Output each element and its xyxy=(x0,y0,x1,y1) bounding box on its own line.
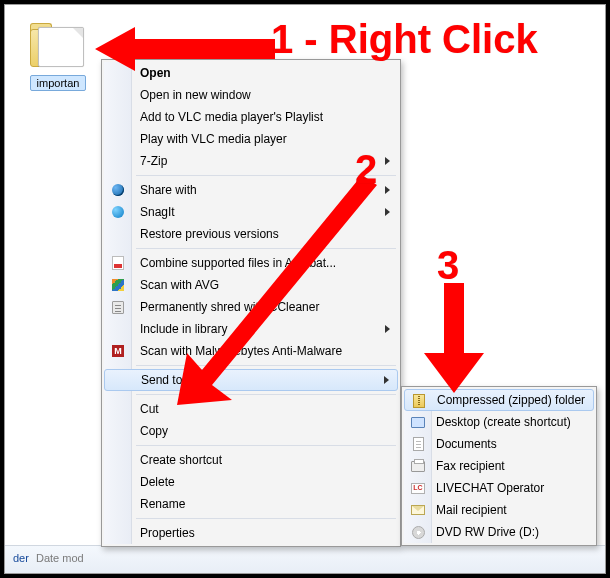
folder-label: importan xyxy=(30,75,87,91)
menu-delete[interactable]: Delete xyxy=(104,471,398,493)
desktop-icon xyxy=(410,414,426,430)
submenu-arrow-icon xyxy=(385,157,390,165)
livechat-icon: LC xyxy=(410,480,426,496)
annotation-text-1: 1 - Right Click xyxy=(271,17,538,62)
menu-separator xyxy=(136,445,396,446)
zip-folder-icon xyxy=(411,393,427,409)
menu-7zip[interactable]: 7-Zip xyxy=(104,150,398,172)
menu-play-vlc[interactable]: Play with VLC media player xyxy=(104,128,398,150)
menu-properties[interactable]: Properties xyxy=(104,522,398,544)
documents-icon xyxy=(410,436,426,452)
details-folder-label: der xyxy=(13,552,29,564)
submenu-arrow-icon xyxy=(384,376,389,384)
annotation-text-3: 3 xyxy=(437,243,459,288)
menu-open-new-window[interactable]: Open in new window xyxy=(104,84,398,106)
menu-add-vlc-playlist[interactable]: Add to VLC media player's Playlist xyxy=(104,106,398,128)
sendto-documents[interactable]: Documents xyxy=(404,433,594,455)
menu-share-with[interactable]: Share with xyxy=(104,179,398,201)
menu-separator xyxy=(136,518,396,519)
menu-send-to[interactable]: Send to xyxy=(104,369,398,391)
submenu-arrow-icon xyxy=(385,325,390,333)
svg-marker-2 xyxy=(424,283,484,393)
menu-shred-ccleaner[interactable]: Permanently shred with CCleaner xyxy=(104,296,398,318)
menu-separator xyxy=(136,365,396,366)
send-to-submenu: Compressed (zipped) folder Desktop (crea… xyxy=(401,386,597,546)
explorer-window: importan der Date mod Open Open in new w… xyxy=(4,4,606,574)
details-bar: der Date mod xyxy=(5,545,605,573)
folder-item[interactable]: importan xyxy=(19,23,97,94)
malwarebytes-icon: M xyxy=(110,343,126,359)
menu-snagit[interactable]: SnagIt xyxy=(104,201,398,223)
submenu-arrow-icon xyxy=(385,208,390,216)
sendto-dvd-drive[interactable]: DVD RW Drive (D:) xyxy=(404,521,594,543)
menu-separator xyxy=(136,394,396,395)
menu-separator xyxy=(136,175,396,176)
sendto-fax[interactable]: Fax recipient xyxy=(404,455,594,477)
sendto-desktop-shortcut[interactable]: Desktop (create shortcut) xyxy=(404,411,594,433)
acrobat-icon xyxy=(110,255,126,271)
menu-scan-malwarebytes[interactable]: M Scan with Malwarebytes Anti-Malware xyxy=(104,340,398,362)
folder-icon xyxy=(28,23,88,71)
menu-open[interactable]: Open xyxy=(104,62,398,84)
menu-copy[interactable]: Copy xyxy=(104,420,398,442)
menu-separator xyxy=(136,248,396,249)
menu-rename[interactable]: Rename xyxy=(104,493,398,515)
menu-create-shortcut[interactable]: Create shortcut xyxy=(104,449,398,471)
share-icon xyxy=(110,182,126,198)
menu-restore-versions[interactable]: Restore previous versions xyxy=(104,223,398,245)
sendto-mail[interactable]: Mail recipient xyxy=(404,499,594,521)
sendto-livechat[interactable]: LC LIVECHAT Operator xyxy=(404,477,594,499)
menu-acrobat-combine[interactable]: Combine supported files in Acrobat... xyxy=(104,252,398,274)
fax-icon xyxy=(410,458,426,474)
context-menu: Open Open in new window Add to VLC media… xyxy=(101,59,401,547)
submenu-arrow-icon xyxy=(385,186,390,194)
avg-icon xyxy=(110,277,126,293)
menu-scan-avg[interactable]: Scan with AVG xyxy=(104,274,398,296)
dvd-icon xyxy=(410,524,426,540)
details-modified-label: Date mod xyxy=(36,552,84,564)
snagit-icon xyxy=(110,204,126,220)
menu-include-library[interactable]: Include in library xyxy=(104,318,398,340)
annotation-arrow-3 xyxy=(419,283,489,393)
sendto-compressed-folder[interactable]: Compressed (zipped) folder xyxy=(404,389,594,411)
mail-icon xyxy=(410,502,426,518)
shred-icon xyxy=(110,299,126,315)
menu-cut[interactable]: Cut xyxy=(104,398,398,420)
